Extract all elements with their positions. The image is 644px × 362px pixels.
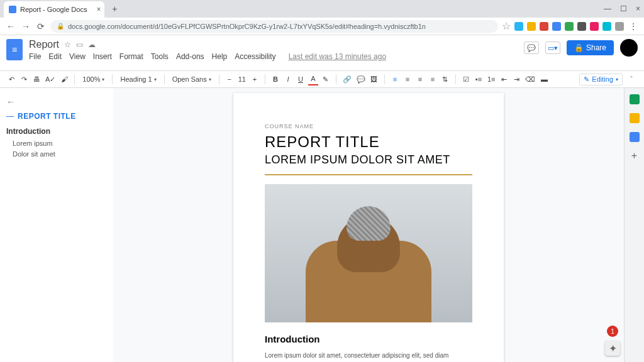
person-figure (306, 209, 431, 322)
side-panel: + (624, 88, 644, 362)
collapse-toolbar-icon[interactable]: ˆ (625, 75, 638, 83)
mode-dropdown[interactable]: ✎ Editing ▾ (579, 74, 623, 85)
notification-badge[interactable]: 1 (607, 326, 618, 337)
undo-button[interactable]: ↶ (6, 73, 16, 85)
share-button[interactable]: 🔒 Share (567, 40, 614, 55)
url-text: docs.google.com/document/d/10eGvFLPfCGWS… (68, 23, 426, 30)
extension-icons (514, 22, 624, 31)
account-avatar[interactable] (620, 39, 638, 57)
outline-item[interactable]: Dolor sit amet (13, 150, 107, 158)
back-button[interactable]: ← (5, 21, 16, 32)
outline-back-icon[interactable]: ← (6, 97, 107, 107)
link-button[interactable]: 🔗 (341, 73, 353, 85)
body-text: Lorem ipsum dolor sit amet, consectetuer… (265, 351, 472, 362)
present-button[interactable]: ▭▾ (545, 41, 560, 54)
menu-insert[interactable]: Insert (93, 52, 112, 61)
input-tools[interactable]: ▬ (539, 73, 549, 85)
star-doc-icon[interactable]: ☆ (64, 40, 71, 49)
ext-icon[interactable] (565, 22, 574, 31)
document-page[interactable]: COURSE NAME REPORT TITLE LOREM IPSUM DOL… (233, 93, 504, 362)
align-justify[interactable]: ≡ (428, 73, 438, 85)
move-doc-icon[interactable]: ▭ (76, 40, 83, 49)
ext-icon[interactable] (602, 22, 611, 31)
align-right[interactable]: ≡ (415, 73, 425, 85)
menu-accessibility[interactable]: Accessibility (235, 52, 275, 61)
explore-button[interactable]: ✦ (605, 341, 620, 356)
chrome-menu-icon[interactable]: ⋮ (628, 21, 639, 32)
add-addon-icon[interactable]: + (630, 151, 640, 161)
minimize-icon[interactable]: — (604, 4, 611, 13)
outline-title[interactable]: REPORT TITLE (18, 112, 76, 121)
italic-button[interactable]: I (283, 73, 293, 85)
line-spacing[interactable]: ⇅ (440, 73, 450, 85)
menu-tools[interactable]: Tools (151, 52, 169, 61)
ext-icon[interactable] (615, 22, 624, 31)
indent-increase[interactable]: ⇥ (511, 73, 521, 85)
style-dropdown[interactable]: Heading 1 (118, 75, 158, 83)
font-size[interactable]: 11 (237, 73, 247, 85)
zoom-dropdown[interactable]: 100% (80, 75, 107, 83)
spellcheck-button[interactable]: A✓ (44, 73, 57, 85)
maximize-icon[interactable]: ☐ (620, 4, 627, 13)
menu-view[interactable]: View (69, 52, 86, 61)
share-label: Share (586, 43, 606, 52)
text-color-button[interactable]: A (308, 73, 318, 85)
checklist-button[interactable]: ☑ (461, 73, 471, 85)
browser-tab[interactable]: Report - Google Docs × (4, 1, 104, 18)
calendar-icon[interactable] (630, 94, 640, 104)
comment-button[interactable]: 💬 (355, 73, 367, 85)
outline-item[interactable]: Introduction (6, 127, 107, 136)
hero-image[interactable] (265, 184, 472, 322)
ext-icon[interactable] (540, 22, 548, 31)
ext-icon[interactable] (577, 22, 586, 31)
image-button[interactable]: 🖼 (369, 73, 379, 85)
highlight-button[interactable]: ✎ (321, 73, 331, 85)
document-canvas[interactable]: COURSE NAME REPORT TITLE LOREM IPSUM DOL… (113, 88, 624, 362)
paint-format-button[interactable]: 🖌 (59, 73, 69, 85)
outline-item[interactable]: Lorem ipsum (13, 140, 107, 147)
menu-file[interactable]: File (29, 52, 41, 61)
ext-icon[interactable] (514, 22, 523, 31)
bold-button[interactable]: B (270, 73, 280, 85)
font-decrease[interactable]: − (225, 73, 235, 85)
numbered-list[interactable]: 1≡ (486, 73, 497, 85)
last-edit-link[interactable]: Last edit was 13 minutes ago (289, 52, 386, 61)
forward-button[interactable]: → (20, 21, 31, 32)
toolbar: ↶ ↷ 🖶 A✓ 🖌 100% Heading 1 Open Sans − 11… (0, 70, 644, 88)
url-field[interactable]: 🔒 docs.google.com/document/d/10eGvFLPfCG… (50, 20, 498, 33)
cloud-status-icon[interactable]: ☁ (88, 40, 96, 49)
docs-logo[interactable]: ≡ (6, 39, 23, 60)
close-window-icon[interactable]: × (636, 4, 640, 13)
doc-title[interactable]: Report (29, 39, 59, 50)
align-center[interactable]: ≡ (402, 73, 413, 85)
redo-button[interactable]: ↷ (19, 73, 29, 85)
underline-button[interactable]: U (296, 73, 306, 85)
browser-tab-strip: Report - Google Docs × + — ☐ × (0, 0, 644, 18)
menu-edit[interactable]: Edit (48, 52, 62, 61)
star-icon[interactable]: ☆ (502, 20, 511, 32)
workspace: ← —REPORT TITLE Introduction Lorem ipsum… (0, 88, 644, 362)
reload-button[interactable]: ⟳ (35, 21, 47, 32)
menu-help[interactable]: Help (212, 52, 228, 61)
keep-icon[interactable] (630, 113, 640, 123)
report-subtitle: LOREM IPSUM DOLOR SIT AMET (265, 153, 472, 167)
ext-icon[interactable] (590, 22, 599, 31)
new-tab-button[interactable]: + (108, 3, 121, 15)
print-button[interactable]: 🖶 (31, 73, 42, 85)
indent-decrease[interactable]: ⇤ (499, 73, 509, 85)
address-bar: ← → ⟳ 🔒 docs.google.com/document/d/10eGv… (0, 18, 644, 35)
comments-icon[interactable]: 💬 (524, 41, 539, 54)
tasks-icon[interactable] (630, 132, 640, 142)
ext-icon[interactable] (552, 22, 561, 31)
menu-format[interactable]: Format (119, 52, 143, 61)
close-tab-icon[interactable]: × (96, 5, 101, 14)
clear-format[interactable]: ⌫ (524, 73, 536, 85)
font-dropdown[interactable]: Open Sans (170, 75, 214, 83)
ext-icon[interactable] (527, 22, 536, 31)
align-left[interactable]: ≡ (390, 73, 400, 85)
outline-panel: ← —REPORT TITLE Introduction Lorem ipsum… (0, 88, 113, 362)
menu-addons[interactable]: Add-ons (176, 52, 204, 61)
bulleted-list[interactable]: •≡ (474, 73, 484, 85)
font-increase[interactable]: + (250, 73, 260, 85)
docs-header: ≡ Report ☆ ▭ ☁ File Edit View Insert For… (0, 35, 644, 70)
